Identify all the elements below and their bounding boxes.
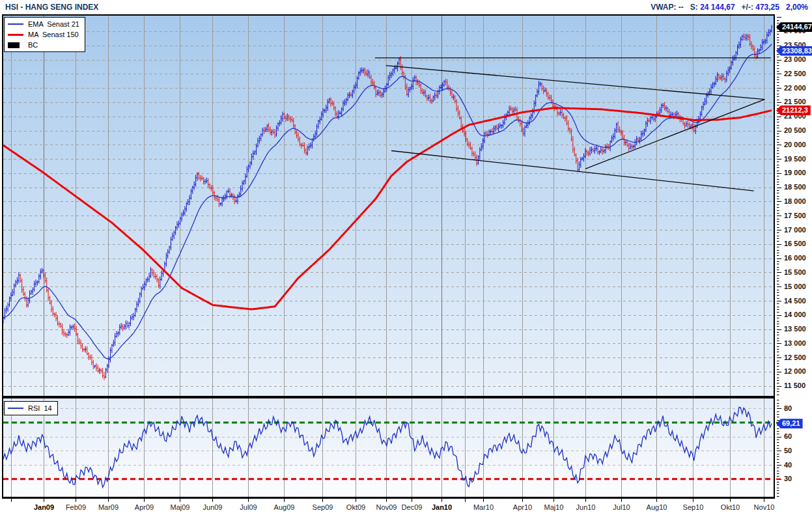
price-axis-label: 17 500 [784,212,806,219]
rsi-line-swatch [8,408,23,409]
price-axis-label: 12 000 [784,367,806,375]
rsi-indicator-panel[interactable] [2,397,775,499]
price-axis-label: 18 500 [784,183,806,191]
price-axis-label: 21 500 [784,98,806,105]
ema-line-swatch [8,23,23,25]
x-axis-month-label: Nov09 [376,503,397,511]
vwap-summary: VWAP: --S: 24 144,67+/-: 473,252,00% [651,3,808,12]
legend-item-ma: MA Senast 150 [8,29,79,40]
price-axis-label: 11 500 [784,382,805,389]
price-axis-label: 14 000 [784,311,806,318]
x-axis-month-label: Jan10 [432,503,452,511]
x-axis-month-label: Jun10 [576,503,596,511]
change-percent: 2,00% [786,3,808,12]
price-axis-label: 19 500 [784,155,806,163]
x-axis-month-label: Mar10 [473,503,494,511]
x-axis-month-label: Sep09 [313,503,333,511]
legend-label-rsi: RSI 14 [28,404,52,412]
price-axis-label: 19 000 [784,169,806,176]
price-axis-label: 20 500 [784,126,806,134]
x-axis-month-label: Aug09 [274,503,295,511]
price-axis-label: 22 000 [784,84,806,92]
x-axis-month-label: Okt09 [346,503,365,511]
price-axis-label: 13 500 [784,325,806,333]
x-axis-month-label: Apr09 [135,503,154,511]
rsi-axis-label: 40 [784,461,792,469]
price-axis-label: 20 000 [784,141,806,148]
ma-value-badge: 21212,3 [776,105,811,115]
x-axis-month-label: Dec09 [402,503,423,511]
x-axis-month-label: Maj10 [544,503,564,511]
price-axis-label: 16 500 [784,240,806,247]
change-value: 473,25 [755,3,779,12]
chart-application: { "header": { "title": "HSI - HANG SENG … [0,0,812,515]
price-axis-label: 18 000 [784,197,806,205]
price-axis-label: 15 000 [784,283,806,290]
price-axis-label: 23 000 [784,55,806,63]
x-axis-month-label: Sep10 [683,503,704,511]
legend-label-bc: BC [28,41,38,49]
rsi-axis-label: 50 [784,447,792,454]
rsi-axis-label: 60 [784,432,792,440]
x-axis-month-label: Jul09 [240,503,257,511]
x-axis-month-label: Maj09 [171,503,190,511]
ma-line-swatch [8,34,23,36]
price-axis-label: 14 500 [784,297,806,305]
x-axis-month-label: Jul10 [613,503,630,511]
last-label: S: [690,3,698,12]
legend-item-rsi: RSI 14 [8,403,52,413]
x-axis-month-label: Nov10 [754,503,775,511]
price-axis-label: 13 000 [784,339,806,347]
legend-label-ema: EMA Senast 21 [28,20,79,28]
main-chart-legend: EMA Senast 21 MA Senast 150 BC [4,17,85,52]
price-axis-label: 22 500 [784,70,806,77]
x-axis-month-label: Okt10 [721,503,740,511]
vwap-label: VWAP: [651,3,676,12]
rsi-legend: RSI 14 [4,401,58,415]
price-axis-label: 12 500 [784,354,806,361]
rsi-value-badge: 69,21 [776,419,803,428]
legend-item-ema: EMA Senast 21 [8,19,79,29]
bc-bar-swatch [8,42,20,48]
legend-label-ma: MA Senast 150 [28,31,79,38]
x-axis-month-label: Jan09 [34,503,54,511]
page-title: HSI - HANG SENG INDEX [5,3,98,12]
ema-value-badge: 23308,83 [776,46,812,56]
price-axis-label: 15 500 [784,268,806,276]
last-value: 24 144,67 [700,3,735,12]
vwap-value: -- [679,3,684,12]
price-axis-label: 17 000 [784,226,806,234]
main-price-chart-panel[interactable] [2,14,775,397]
x-axis-month-label: Aug10 [647,503,667,511]
change-label: +/-: [742,3,753,12]
price-axis-label: 16 000 [784,254,806,262]
x-axis-month-label: Apr10 [513,503,532,511]
rsi-axis-label: 30 [784,475,792,482]
last-price-badge: 24144,67 [776,22,812,32]
legend-item-bc: BC [8,40,79,50]
rsi-axis-label: 80 [784,404,792,412]
x-axis-month-label: Feb09 [66,503,86,511]
x-axis-month-label: Jun09 [203,503,223,511]
x-axis-month-label: Mar09 [98,503,119,511]
